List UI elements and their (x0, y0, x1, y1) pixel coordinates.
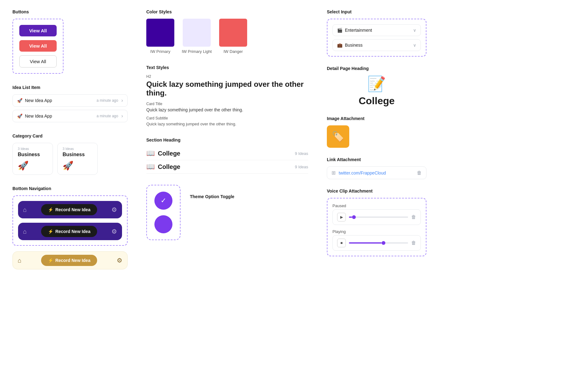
trash-icon-paused[interactable]: 🗑 (411, 214, 416, 220)
voice-clip-label: Voice Clip Attachment (327, 189, 426, 193)
trash-icon-playing[interactable]: 🗑 (411, 240, 416, 246)
theme-toggle-label: Theme Option Toggle (190, 194, 234, 199)
copy-icon[interactable]: ⊞ (332, 170, 336, 176)
idea-list-item-2[interactable]: 🚀 New Idea App a minute ago › (12, 110, 128, 122)
text-styles-section: Text Styles H2 Quick lazy something jump… (146, 65, 308, 126)
idea-list-item[interactable]: 🚀 New Idea App a minute ago › (12, 94, 128, 107)
record-new-idea-button-2[interactable]: ⚡ Record New Idea (41, 226, 97, 237)
detail-heading-icon: 📝 (367, 75, 386, 93)
voice-track-dot-playing (382, 241, 385, 245)
section-heading-count-1: 9 Ideas (295, 151, 308, 156)
home-icon-1: ⌂ (23, 206, 27, 213)
select-business[interactable]: 💼 Business ∨ (332, 39, 421, 51)
nav-bar-dark-2: ⌂ ⚡ Record New Idea ⚙ (18, 223, 122, 240)
bottom-nav-section: Bottom Navigation ⌂ ⚡ Record New Idea ⚙ … (12, 186, 128, 269)
book-icon-1: 📖 (146, 149, 155, 157)
entertainment-label: Entertainment (345, 28, 372, 33)
voice-track-paused (349, 217, 408, 218)
voice-dashed-box: Paused ▶ 🗑 Playing ■ (327, 198, 426, 256)
h2-text: Quick lazy something jumped over the oth… (146, 80, 308, 97)
image-thumb-icon: 🏷️ (332, 131, 344, 142)
voice-paused-group: Paused ▶ 🗑 (332, 203, 421, 225)
left-column: Buttons View All View All View All Idea … (12, 9, 128, 373)
view-all-danger-button[interactable]: View All (19, 40, 57, 52)
select-entertainment[interactable]: 🎬 Entertainment ∨ (332, 24, 421, 36)
detail-heading-title: College (359, 95, 395, 107)
bottom-nav-dashed: ⌂ ⚡ Record New Idea ⚙ ⌂ ⚡ Record New Ide… (12, 195, 128, 246)
h2-label: H2 (146, 74, 308, 79)
nav-bar-light: ⌂ ⚡ Record New Idea ⚙ (12, 251, 128, 269)
play-button[interactable]: ▶ (337, 213, 346, 221)
section-heading-item-1[interactable]: 📖 College 9 Ideas (146, 147, 308, 160)
buttons-label: Buttons (12, 9, 128, 14)
voice-paused-label: Paused (332, 203, 421, 208)
idea-time-2: a minute ago (96, 114, 118, 118)
idea-left-2: 🚀 New Idea App (17, 114, 52, 119)
link-url[interactable]: twitter.com/FrappeCloud (339, 170, 386, 175)
section-heading-count-2: 9 Ideas (295, 165, 308, 169)
idea-left-1: 🚀 New Idea App (17, 98, 52, 103)
link-row: ⊞ twitter.com/FrappeCloud 🗑 (327, 166, 426, 179)
voice-player-playing: ■ 🗑 (332, 235, 421, 251)
cat-name-2: Business (63, 152, 92, 157)
right-column: Select Input 🎬 Entertainment ∨ 💼 Busines… (327, 9, 426, 373)
select-business-left: 💼 Business (337, 43, 363, 48)
card-title-label: Card Title (146, 102, 308, 106)
swatch-primary-color (146, 19, 174, 47)
swatch-primary-light-label: IW Primary Light (182, 49, 212, 54)
view-all-outline-button[interactable]: View All (19, 55, 57, 68)
voice-playing-label: Playing (332, 229, 421, 234)
category-card-2[interactable]: 3 Ideas Business 🚀 (57, 143, 98, 175)
category-card-1[interactable]: 3 Ideas Business 🚀 (12, 143, 53, 175)
text-styles-label: Text Styles (146, 65, 308, 70)
voice-player-paused: ▶ 🗑 (332, 209, 421, 225)
link-attachment-label: Link Attachment (327, 157, 426, 162)
section-heading-left-2: 📖 College (146, 163, 180, 171)
color-styles-label: Color Styles (146, 9, 308, 14)
section-heading-left-1: 📖 College (146, 149, 180, 157)
view-all-primary-button[interactable]: View All (19, 25, 57, 36)
idea-time-1: a minute ago (96, 98, 118, 103)
record-new-idea-button-3[interactable]: ⚡ Record New Idea (41, 255, 97, 266)
theme-dashed-box: ✓ (146, 185, 181, 240)
detail-heading-inner: 📝 College (327, 75, 426, 107)
swatch-primary: IW Primary (146, 19, 174, 54)
gear-icon-3: ⚙ (117, 257, 122, 264)
voice-playing-group: Playing ■ 🗑 (332, 229, 421, 251)
section-heading-section: Section Heading 📖 College 9 Ideas 📖 Coll… (146, 137, 308, 174)
trash-icon[interactable]: 🗑 (417, 170, 422, 176)
swatch-danger-label: IW Danger (223, 49, 243, 54)
image-thumb: 🏷️ (327, 125, 349, 148)
business-label: Business (345, 43, 363, 48)
cat-icon-1: 🚀 (18, 161, 48, 171)
idea-icon-1: 🚀 (17, 98, 22, 103)
select-dashed-box: 🎬 Entertainment ∨ 💼 Business ∨ (327, 19, 426, 57)
link-attachment-section: Link Attachment ⊞ twitter.com/FrappeClou… (327, 157, 426, 179)
record-new-idea-button-1[interactable]: ⚡ Record New Idea (41, 204, 97, 215)
middle-column: Color Styles IW Primary IW Primary Light… (146, 9, 308, 373)
voice-track-playing (349, 242, 408, 244)
chevron-down-icon-entertainment: ∨ (413, 28, 416, 33)
idea-title-2: New Idea App (25, 114, 52, 119)
card-title-text: Quick lazy something jumped over the oth… (146, 107, 308, 112)
select-entertainment-left: 🎬 Entertainment (337, 28, 372, 33)
swatch-primary-label: IW Primary (150, 49, 170, 54)
chevron-right-icon-1: › (121, 98, 123, 103)
idea-list-label: Idea List Item (12, 85, 128, 90)
voice-clip-section: Voice Clip Attachment Paused ▶ 🗑 Playing (327, 189, 426, 256)
section-heading-item-2[interactable]: 📖 College 9 Ideas (146, 160, 308, 174)
lightning-icon-1: ⚡ (48, 207, 53, 212)
entertainment-icon: 🎬 (337, 28, 342, 33)
voice-track-dot-paused (352, 215, 356, 219)
category-card-label: Category Card (12, 133, 128, 138)
cat-icon-2: 🚀 (63, 161, 92, 171)
stop-button[interactable]: ■ (337, 239, 346, 247)
chevron-right-icon-2: › (121, 113, 123, 119)
swatch-primary-light: IW Primary Light (182, 19, 212, 54)
card-subtitle-text: Quick lazy something jumped over the oth… (146, 122, 308, 126)
cat-name-1: Business (18, 152, 48, 157)
toggle-unchecked[interactable] (154, 215, 172, 233)
book-icon-2: 📖 (146, 163, 155, 171)
cat-count-2: 3 Ideas (63, 147, 92, 151)
toggle-checked[interactable]: ✓ (154, 192, 172, 210)
